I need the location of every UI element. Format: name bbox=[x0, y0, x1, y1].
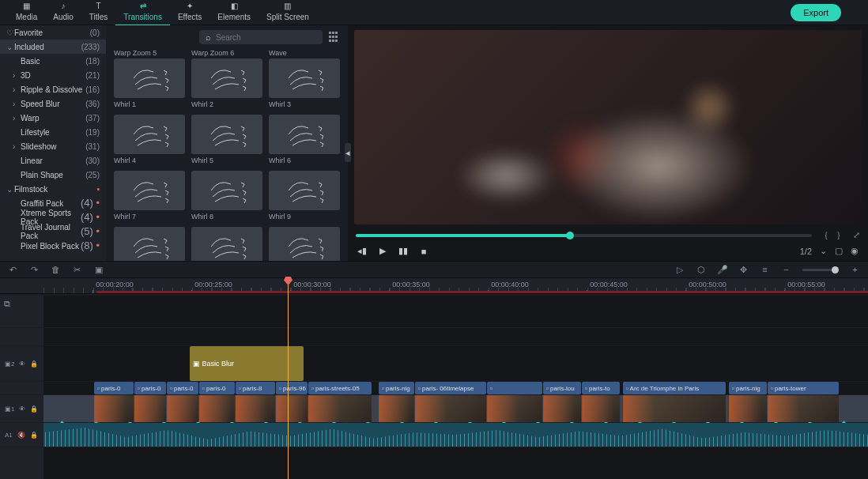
transition-thumb[interactable]: Whirl 4 bbox=[114, 115, 185, 166]
transition-marker[interactable] bbox=[199, 395, 231, 422]
transition-marker[interactable] bbox=[308, 395, 340, 422]
sidebar-item-basic[interactable]: Basic(18) bbox=[0, 54, 106, 68]
tab-effects[interactable]: ✦Effects bbox=[170, 0, 209, 26]
sidebar-item-3d[interactable]: ›3D(21) bbox=[0, 68, 106, 82]
tab-split-screen[interactable]: ▥Split Screen bbox=[259, 0, 317, 26]
transition-thumb[interactable]: Whirl 3 bbox=[269, 58, 340, 110]
transition-marker[interactable] bbox=[167, 395, 198, 422]
transition-thumb[interactable]: Whirl 1 bbox=[114, 58, 185, 110]
expand-icon[interactable]: ⤢ bbox=[853, 230, 860, 240]
text-clip[interactable]: ▫ paris-to bbox=[582, 382, 620, 394]
sidebar-item-linear[interactable]: Linear(30) bbox=[0, 153, 106, 168]
prev-frame-button[interactable]: ◂▮ bbox=[357, 247, 367, 256]
back-icon[interactable]: ｛ bbox=[820, 229, 828, 241]
chevron-down-icon[interactable]: ⌄ bbox=[820, 246, 827, 256]
play-button[interactable]: ▶ bbox=[378, 247, 387, 256]
text-clip[interactable]: ▫ paris-0 bbox=[199, 382, 235, 394]
tab-elements[interactable]: ◧Elements bbox=[209, 0, 259, 26]
transition-marker[interactable] bbox=[543, 395, 575, 422]
preview-scrubber[interactable] bbox=[356, 234, 812, 237]
lock-icon[interactable]: 🔒 bbox=[30, 360, 38, 368]
text-clip[interactable]: ▫ paris-96 bbox=[276, 382, 308, 394]
transition-marker[interactable] bbox=[729, 395, 760, 422]
eye-icon[interactable]: 👁 bbox=[19, 405, 25, 413]
sidebar-item-speedblur[interactable]: ›Speed Blur(36) bbox=[0, 96, 106, 111]
playhead[interactable] bbox=[288, 278, 289, 479]
eye-icon[interactable]: 👁 bbox=[19, 360, 25, 368]
render-icon[interactable]: ▷ bbox=[674, 265, 685, 275]
view-grid-icon[interactable] bbox=[329, 32, 340, 43]
zoom-slider[interactable] bbox=[802, 269, 839, 271]
sidebar-filmstock[interactable]: ⌄Filmstock• bbox=[0, 182, 106, 196]
sidebar-favorite[interactable]: ♡Favorite(0) bbox=[0, 25, 106, 40]
transition-thumb[interactable] bbox=[269, 227, 340, 261]
export-button[interactable]: Export bbox=[791, 4, 841, 21]
transition-marker[interactable] bbox=[276, 395, 308, 422]
text-clip[interactable]: ▫ bbox=[487, 382, 542, 394]
transition-marker[interactable] bbox=[94, 395, 126, 422]
text-clip[interactable]: ▫ Arc de Triomphe in Paris bbox=[623, 382, 726, 394]
tab-media[interactable]: ▦Media bbox=[8, 0, 45, 26]
text-clip[interactable]: ▫ paris-tower bbox=[768, 382, 839, 394]
sidebar-item-lifestyle[interactable]: Lifestyle(19) bbox=[0, 125, 106, 139]
mixer-icon[interactable]: ✥ bbox=[738, 265, 749, 275]
tab-transitions[interactable]: ⇄Transitions bbox=[115, 0, 170, 26]
marker-icon[interactable]: ⬡ bbox=[696, 265, 706, 275]
sidebar-item-ripple[interactable]: ›Ripple & Dissolve(16) bbox=[0, 82, 106, 96]
mute-icon[interactable]: 🔇 bbox=[17, 432, 25, 439]
text-clip[interactable]: ▫ paris-lou bbox=[543, 382, 581, 394]
match-icon[interactable]: ⧉ bbox=[2, 299, 12, 309]
pause-button[interactable]: ▮▮ bbox=[398, 247, 408, 256]
transition-thumb[interactable] bbox=[191, 227, 262, 261]
transition-marker[interactable] bbox=[768, 395, 799, 422]
transition-thumb[interactable]: Whirl 9 bbox=[269, 171, 340, 222]
effect-clip[interactable]: ▣ Basic Blur bbox=[190, 346, 304, 381]
transition-marker[interactable] bbox=[134, 395, 166, 422]
camera-icon[interactable]: ◉ bbox=[851, 246, 859, 256]
sidebar-included[interactable]: ⌄Included(233) bbox=[0, 40, 106, 54]
track-audio[interactable]: A1🔇🔒 bbox=[0, 423, 868, 447]
transition-marker[interactable] bbox=[236, 395, 267, 422]
stop-button[interactable]: ■ bbox=[419, 247, 428, 256]
fwd-icon[interactable]: ｝ bbox=[836, 229, 845, 241]
track-text[interactable]: ▫ paris-0▫ paris-0▫ paris-0▫ paris-0▫ pa… bbox=[0, 382, 868, 394]
preview-viewport[interactable] bbox=[354, 30, 862, 224]
search-input[interactable]: ⌕ bbox=[199, 30, 323, 44]
transition-thumb[interactable]: Whirl 7 bbox=[114, 171, 185, 222]
snapshot-icon[interactable]: ▢ bbox=[835, 246, 843, 256]
text-clip[interactable]: ▫ paris-nig bbox=[379, 382, 414, 394]
crop-icon[interactable]: ▣ bbox=[93, 265, 104, 275]
transition-marker[interactable] bbox=[623, 395, 655, 422]
text-clip[interactable]: ▫ paris-0 bbox=[134, 382, 166, 394]
sidebar-pack-travel[interactable]: Travel Journal Pack(5) • bbox=[0, 224, 106, 239]
voiceover-icon[interactable]: 🎤 bbox=[717, 265, 727, 275]
sidebar-pack-pixel[interactable]: Pixel Block Pack(8) • bbox=[0, 239, 106, 253]
transition-thumb[interactable] bbox=[114, 227, 185, 261]
tab-audio[interactable]: ♪Audio bbox=[45, 0, 81, 26]
text-clip[interactable]: ▫ paris-0 bbox=[167, 382, 198, 394]
transition-marker[interactable] bbox=[415, 395, 447, 422]
undo-icon[interactable]: ↶ bbox=[8, 265, 18, 275]
zoom-out-icon[interactable]: − bbox=[781, 265, 791, 275]
transition-thumb[interactable]: Whirl 6 bbox=[269, 115, 340, 166]
transition-thumb[interactable]: Whirl 5 bbox=[191, 115, 262, 166]
transition-marker[interactable] bbox=[379, 395, 410, 422]
text-clip[interactable]: ▫ paris-0 bbox=[94, 382, 134, 394]
lock-icon[interactable]: 🔒 bbox=[30, 405, 38, 413]
zoom-in-icon[interactable]: + bbox=[850, 265, 860, 275]
redo-icon[interactable]: ↷ bbox=[29, 265, 40, 275]
preview-ratio[interactable]: 1/2 bbox=[800, 247, 812, 256]
transition-marker[interactable] bbox=[487, 395, 519, 422]
mixer2-icon[interactable]: ≡ bbox=[760, 265, 770, 275]
transition-thumb[interactable]: Whirl 2 bbox=[191, 58, 262, 110]
text-clip[interactable]: ▫ paris-8 bbox=[236, 382, 275, 394]
transition-marker[interactable] bbox=[582, 395, 613, 422]
lock-icon[interactable]: 🔒 bbox=[30, 432, 38, 439]
sidebar-item-warp[interactable]: ›Warp(37) bbox=[0, 111, 106, 125]
transition-thumb[interactable]: Whirl 8 bbox=[191, 171, 262, 222]
panel-collapse-handle[interactable]: ◂ bbox=[345, 143, 351, 162]
track-effect[interactable]: ▣2👁🔒 ▣ Basic Blur bbox=[0, 346, 868, 381]
split-icon[interactable]: ✂ bbox=[72, 265, 82, 275]
track-video[interactable]: ▣1👁🔒 bbox=[0, 395, 868, 422]
delete-icon[interactable]: 🗑 bbox=[51, 265, 61, 275]
